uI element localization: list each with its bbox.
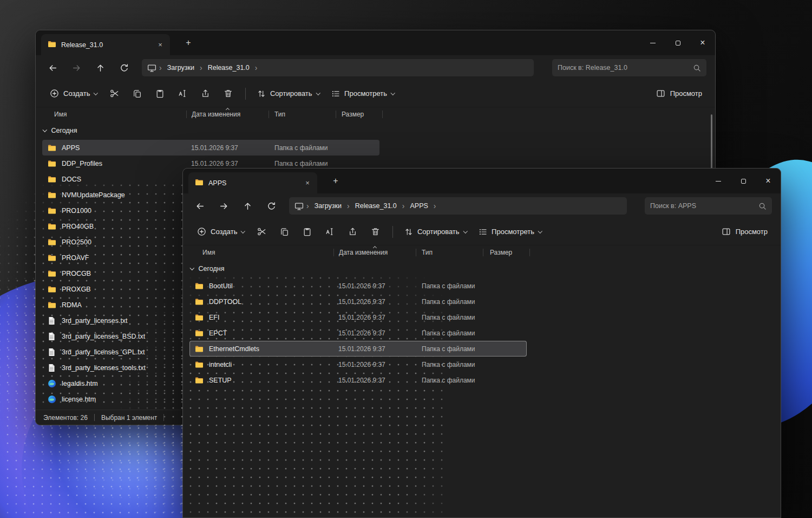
- scissors-icon: [257, 227, 266, 236]
- file-row[interactable]: DDPTOOL15.01.2026 9:37Папка с файлами: [189, 294, 527, 309]
- copy-button[interactable]: [127, 85, 148, 103]
- copy-button[interactable]: [274, 223, 296, 241]
- close-button[interactable]: ×: [690, 30, 715, 55]
- column-divider[interactable]: [416, 249, 416, 256]
- back-button[interactable]: [43, 60, 62, 76]
- breadcrumb-item[interactable]: Загрузки: [163, 62, 198, 73]
- file-row[interactable]: SETUP15.01.2026 9:37Папка с файлами: [189, 372, 527, 388]
- refresh-button[interactable]: [115, 60, 133, 76]
- chevron-down-icon: [463, 229, 467, 233]
- cut-button[interactable]: [104, 85, 126, 103]
- view-button[interactable]: Просмотреть: [473, 224, 547, 239]
- command-bar: Создать Сортиро: [183, 218, 781, 245]
- rename-button[interactable]: [319, 223, 341, 241]
- explorer-window-apps: APPS × + × ›: [182, 168, 781, 518]
- minimize-button[interactable]: [706, 169, 731, 193]
- file-date: 15.01.2026 9:37: [338, 282, 385, 290]
- column-type[interactable]: Тип: [274, 111, 285, 118]
- search-input[interactable]: Поиск в: Release_31.0: [552, 59, 706, 76]
- file-row[interactable]: BootUtil15.01.2026 9:37Папка с файлами: [189, 278, 527, 294]
- maximize-button[interactable]: [665, 30, 690, 55]
- paste-button[interactable]: [149, 85, 171, 103]
- more-button[interactable]: ···: [548, 223, 569, 241]
- up-button[interactable]: [91, 60, 109, 76]
- up-button[interactable]: [238, 198, 257, 214]
- file-name: PRO2500: [62, 238, 91, 246]
- tab-close-icon[interactable]: ×: [155, 40, 166, 50]
- forward-button[interactable]: [214, 198, 233, 214]
- more-button[interactable]: ···: [401, 85, 422, 103]
- delete-button[interactable]: [218, 85, 239, 103]
- rename-button[interactable]: [172, 85, 194, 103]
- share-button[interactable]: [195, 85, 217, 103]
- maximize-button[interactable]: [731, 169, 756, 193]
- column-divider[interactable]: [382, 111, 383, 118]
- breadcrumb-item[interactable]: Загрузки: [311, 200, 345, 211]
- share-button[interactable]: [342, 223, 364, 241]
- column-divider[interactable]: [529, 249, 530, 256]
- file-row[interactable]: intnetcli15.01.2026 9:37Папка с файлами: [189, 357, 527, 372]
- preview-button[interactable]: Просмотр: [652, 86, 706, 101]
- new-tab-button[interactable]: +: [329, 174, 342, 187]
- file-name: APPS: [62, 144, 80, 152]
- file-row[interactable]: EPCT15.01.2026 9:37Папка с файлами: [189, 325, 527, 341]
- new-button[interactable]: Создать: [44, 86, 103, 101]
- group-header-today[interactable]: Сегодня: [36, 121, 715, 140]
- file-date: 15.01.2026 9:37: [191, 160, 238, 167]
- chevron-right-icon: ›: [345, 202, 351, 210]
- tab-apps[interactable]: APPS ×: [188, 172, 317, 193]
- column-date[interactable]: Дата изменения: [339, 249, 388, 256]
- sort-button[interactable]: Сортировать: [252, 86, 325, 101]
- title-bar: Release_31.0 × + ×: [36, 30, 715, 55]
- paste-button[interactable]: [297, 223, 318, 241]
- view-button[interactable]: Просмотреть: [326, 86, 400, 101]
- folder-icon: [195, 329, 204, 336]
- column-divider[interactable]: [186, 111, 187, 118]
- file-name: SETUP: [209, 377, 232, 384]
- cut-button[interactable]: [251, 223, 273, 241]
- html-icon: [48, 395, 56, 404]
- column-divider[interactable]: [483, 249, 483, 256]
- refresh-button[interactable]: [262, 198, 280, 214]
- item-count: Элементов: 26: [43, 414, 88, 422]
- file-row[interactable]: EthernetCmdlets15.01.2026 9:37Папка с фа…: [189, 341, 527, 357]
- column-size[interactable]: Размер: [342, 111, 364, 118]
- breadcrumb-item[interactable]: APPS: [406, 200, 431, 211]
- column-name[interactable]: Имя: [54, 111, 67, 118]
- new-tab-button[interactable]: +: [182, 36, 195, 49]
- chevron-down-icon: [190, 266, 194, 270]
- forward-button[interactable]: [67, 60, 86, 76]
- back-button[interactable]: [191, 198, 209, 214]
- breadcrumb-item[interactable]: Release_31.0: [204, 62, 253, 73]
- column-divider[interactable]: [333, 249, 334, 256]
- chevron-down-icon: [43, 128, 47, 132]
- file-row[interactable]: APPS15.01.2026 9:37Папка с файлами: [42, 140, 379, 156]
- folder-icon: [48, 270, 56, 277]
- close-button[interactable]: ×: [756, 169, 781, 193]
- column-divider[interactable]: [269, 111, 269, 118]
- search-input[interactable]: Поиск в: APPS: [645, 197, 772, 215]
- breadcrumb-item[interactable]: Release_31.0: [351, 200, 401, 211]
- preview-button[interactable]: Просмотр: [717, 224, 772, 239]
- minimize-button[interactable]: [640, 30, 665, 55]
- column-date[interactable]: Дата изменения: [192, 111, 240, 118]
- folder-icon: [195, 377, 204, 384]
- sort-button[interactable]: Сортировать: [399, 224, 472, 239]
- column-size[interactable]: Размер: [490, 249, 512, 256]
- file-row[interactable]: EFI15.01.2026 9:37Папка с файлами: [189, 309, 527, 325]
- column-name[interactable]: Имя: [202, 249, 215, 256]
- tab-title: Release_31.0: [61, 41, 150, 49]
- column-type[interactable]: Тип: [422, 249, 433, 256]
- computer-icon: [147, 63, 156, 73]
- folder-icon: [195, 178, 204, 188]
- delete-button[interactable]: [365, 223, 387, 241]
- command-bar: Создать Сортиро: [36, 80, 715, 107]
- new-button[interactable]: Создать: [192, 224, 250, 239]
- tab-release[interactable]: Release_31.0 ×: [41, 34, 170, 55]
- chevron-right-icon: ›: [198, 63, 204, 72]
- column-divider[interactable]: [336, 111, 336, 118]
- tab-close-icon[interactable]: ×: [302, 178, 313, 189]
- sort-icon: [404, 228, 413, 236]
- group-header-today[interactable]: Сегодня: [183, 260, 781, 278]
- paste-icon: [155, 89, 165, 98]
